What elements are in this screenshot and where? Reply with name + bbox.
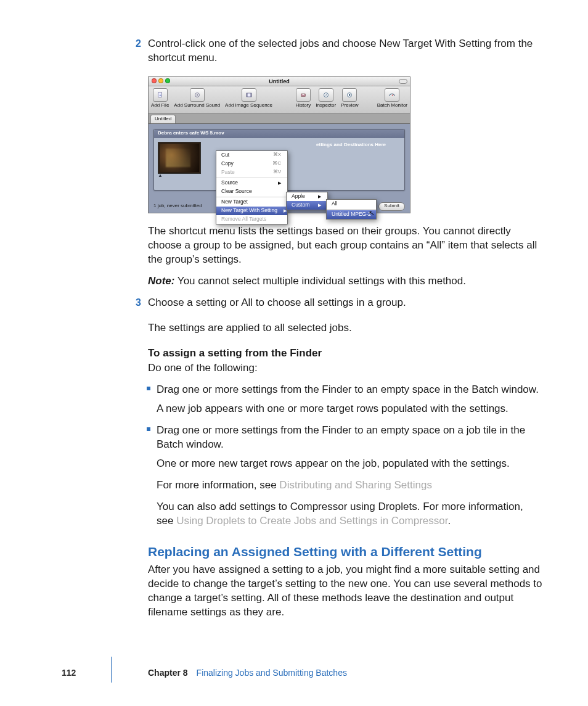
inspector-button[interactable]: i Inspector [316, 88, 336, 108]
batch-tab[interactable]: Untitled [150, 115, 176, 123]
batch-body: Debra enters cafe WS 5.mov ▲ ettings and… [149, 124, 410, 213]
info-icon: i [319, 88, 333, 102]
document-plus-icon: + [153, 88, 168, 102]
bullet-icon [147, 387, 150, 390]
minimize-icon[interactable] [158, 78, 163, 83]
step-3-text: Choose a setting or All to choose all se… [148, 296, 542, 310]
step-3: 3 Choose a setting or All to choose all … [148, 296, 542, 310]
batch-status-text: 1 job, never submitted [153, 203, 202, 210]
svg-rect-5 [247, 93, 248, 97]
menu-new-target[interactable]: New Target [216, 198, 287, 207]
svg-point-3 [197, 94, 198, 96]
svg-rect-7 [301, 94, 305, 97]
bullet-2: Drag one or more settings from the Finde… [148, 424, 542, 452]
step-2: 2 Control-click one of the selected jobs… [148, 37, 542, 65]
step-number: 3 [136, 296, 141, 310]
close-icon[interactable] [152, 78, 157, 83]
chevron-right-icon: ▶ [278, 180, 281, 186]
submenu-groups[interactable]: Apple▶ Custom▶ [286, 192, 328, 210]
note-text: You cannot select multiple individual se… [174, 275, 466, 287]
context-menu[interactable]: Cut⌘X Copy⌘C Paste⌘V Source▶ [216, 150, 288, 224]
for-more-2: You can also add settings to Compressor … [148, 500, 542, 528]
note-label: Note: [148, 275, 174, 287]
menu-source[interactable]: Source▶ [216, 179, 287, 187]
menu-new-target-with-setting[interactable]: New Target With Setting▶ [216, 207, 287, 215]
app-window: Untitled + Add File [148, 76, 410, 213]
menu-cut[interactable]: Cut⌘X [216, 151, 287, 160]
history-button[interactable]: History [295, 88, 311, 108]
gauge-icon [385, 88, 399, 102]
menu-copy[interactable]: Copy⌘C [216, 160, 287, 168]
svg-line-13 [392, 94, 393, 96]
toolbar: + Add File Add Surround Sound [149, 86, 410, 113]
drop-hint-label: ettings and Destinations Here [316, 142, 386, 149]
bullet-1-follow: A new job appears with one or more targe… [148, 402, 542, 416]
bullet-1-text: Drag one or more settings from the Finde… [157, 383, 542, 397]
window-titlebar: Untitled [149, 77, 410, 86]
step-number: 2 [136, 37, 141, 51]
zoom-icon[interactable] [165, 78, 170, 83]
finder-sub: Do one of the following: [148, 361, 542, 376]
tab-strip: Untitled [149, 113, 410, 124]
bullet-2-text: Drag one or more settings from the Finde… [157, 424, 542, 452]
submit-button[interactable]: Submit [378, 202, 405, 211]
batch-monitor-button[interactable]: Batch Monitor [377, 88, 407, 108]
drawer-icon [296, 88, 311, 102]
play-triangle-icon: ▲ [158, 173, 163, 179]
bullet-2-follow: One or more new target rows appear on th… [148, 457, 542, 471]
link-using-droplets[interactable]: Using Droplets to Create Jobs and Settin… [176, 515, 447, 527]
step-2-text: Control-click one of the selected jobs a… [148, 37, 542, 65]
page-footer: 112 Chapter 8 Finalizing Jobs and Submit… [62, 667, 545, 679]
svg-rect-6 [250, 93, 251, 97]
menu-separator [216, 197, 287, 197]
chevron-right-icon: ▶ [318, 202, 321, 208]
shortcut-menu-explainer: The shortcut menu lists the settings bas… [148, 224, 542, 267]
svg-text:+: + [159, 93, 161, 97]
chapter-title: Finalizing Jobs and Submitting Batches [197, 667, 347, 679]
submenu-custom[interactable]: Custom▶ [287, 201, 327, 210]
chapter-label: Chapter 8 [148, 667, 188, 679]
page-number: 112 [62, 667, 86, 679]
bullet-icon [147, 427, 150, 431]
window-controls[interactable] [152, 78, 170, 83]
add-surround-sound-button[interactable]: Add Surround Sound [174, 88, 220, 108]
svg-rect-8 [302, 94, 304, 95]
add-file-button[interactable]: + Add File [151, 88, 169, 108]
menu-remove-all-targets: Remove All Targets [216, 215, 287, 224]
job-tile[interactable]: Debra enters cafe WS 5.mov ▲ ettings and… [153, 129, 405, 191]
surround-icon [190, 88, 205, 102]
finder-heading: To assign a setting from the Finder [148, 347, 322, 359]
clip-thumbnail [158, 142, 201, 174]
link-distributing-sharing[interactable]: Distributing and Sharing Settings [279, 479, 432, 491]
window-title: Untitled [269, 78, 290, 85]
step-3-follow: The settings are applied to all selected… [148, 321, 542, 335]
toolbar-pill-icon[interactable] [399, 79, 407, 84]
play-icon [342, 88, 357, 102]
submenu-all[interactable]: All [327, 200, 376, 208]
section-body: After you have assigned a setting to a j… [148, 563, 542, 620]
menu-paste: Paste⌘V [216, 168, 287, 177]
bullet-1: Drag one or more settings from the Finde… [148, 383, 542, 397]
note: Note: You cannot select multiple individ… [148, 274, 542, 289]
chevron-right-icon: ▶ [318, 194, 321, 199]
job-clip-name: Debra enters cafe WS 5.mov [154, 129, 404, 138]
menu-separator [216, 178, 287, 178]
section-heading-replacing: Replacing an Assigned Setting with a Dif… [148, 543, 542, 560]
for-more-1: For more information, see Distributing a… [148, 478, 542, 493]
add-image-sequence-button[interactable]: Add Image Sequence [225, 88, 272, 108]
preview-button[interactable]: Preview [341, 88, 358, 108]
menu-clear-source[interactable]: Clear Source [216, 187, 287, 196]
submenu-apple[interactable]: Apple▶ [287, 192, 327, 201]
filmstrip-icon [242, 88, 256, 102]
